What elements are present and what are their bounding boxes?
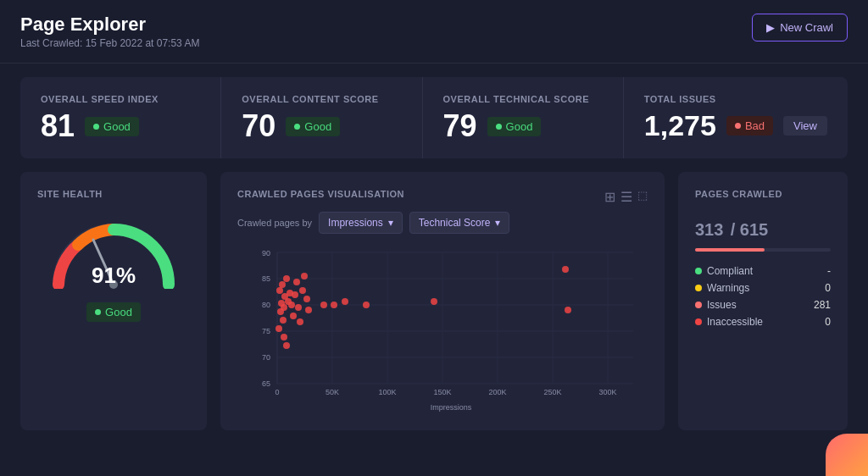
content-dot [294, 124, 300, 130]
pages-crawled-count: 313 / 615 [695, 213, 831, 241]
svg-text:85: 85 [262, 274, 270, 283]
speed-index-card: OVERALL SPEED INDEX 81 Good [20, 77, 221, 158]
pages-crawled-label: PAGES CRAWLED [695, 189, 831, 199]
svg-point-46 [295, 304, 302, 311]
svg-text:90: 90 [262, 249, 270, 257]
metrics-row: OVERALL SPEED INDEX 81 Good OVERALL CONT… [20, 77, 848, 158]
export-icon[interactable]: ⬚ [637, 189, 648, 205]
svg-text:75: 75 [262, 327, 270, 335]
svg-point-39 [288, 302, 295, 308]
svg-point-50 [303, 296, 310, 302]
site-health-badge: Good [86, 302, 141, 322]
compliant-stat: Compliant - [695, 265, 831, 277]
svg-text:250K: 250K [543, 388, 561, 396]
svg-point-43 [290, 313, 297, 319]
site-health-label: SITE HEALTH [37, 189, 103, 199]
issues-stat: Issues 281 [695, 299, 831, 311]
svg-text:Impressions: Impressions [431, 403, 472, 412]
pages-crawled-panel: PAGES CRAWLED 313 / 615 Compliant - [678, 172, 848, 430]
svg-point-49 [301, 273, 308, 280]
last-crawled-subtitle: Last Crawled: 15 Feb 2022 at 07:53 AM [20, 37, 199, 49]
svg-text:150K: 150K [433, 388, 451, 396]
gauge-value: 91% [92, 263, 136, 289]
speed-dot [93, 124, 99, 130]
crawled-pages-label: CRAWLED PAGES VISUALISATION [237, 189, 404, 199]
pages-progress-bar [695, 248, 831, 252]
bottom-row: SITE HEALTH 91% [20, 172, 848, 430]
total-issues-card: TOTAL ISSUES 1,275 Bad View [624, 77, 848, 158]
scatter-chart-svg: 90 85 80 75 70 65 [237, 244, 648, 413]
svg-text:70: 70 [262, 353, 270, 362]
svg-point-40 [275, 325, 282, 332]
svg-point-36 [280, 317, 287, 324]
compliant-label: Compliant [707, 265, 753, 277]
content-score-card: OVERALL CONTENT SCORE 70 Good [221, 77, 422, 158]
svg-point-57 [562, 266, 569, 273]
page-header: Page Explorer Last Crawled: 15 Feb 2022 … [0, 0, 868, 64]
technical-score-card: OVERALL TECHNICAL SCORE 79 Good [423, 77, 624, 158]
compliant-dot [695, 268, 702, 274]
issues-stat-dot [695, 302, 702, 308]
content-badge: Good [286, 117, 340, 136]
inaccessible-value: 0 [825, 316, 831, 328]
svg-point-48 [299, 287, 306, 294]
technical-dot [496, 124, 502, 130]
inaccessible-dot [695, 318, 702, 325]
inaccessible-label: Inaccessible [707, 316, 763, 328]
grid-icon[interactable]: ⊞ [604, 189, 615, 205]
gauge-container: 91% [46, 213, 181, 289]
warnings-label: Warnings [707, 282, 749, 294]
chevron-down-icon-2: ▾ [495, 217, 500, 229]
speed-value: 81 [41, 111, 75, 141]
compliant-value: - [827, 265, 831, 277]
page-title: Page Explorer [20, 14, 199, 36]
svg-point-30 [279, 281, 286, 288]
issues-stat-value: 281 [814, 299, 831, 311]
crawled-sublabel: Crawled pages by [237, 218, 312, 228]
issues-dot [735, 123, 741, 129]
issues-badge: Bad [726, 116, 773, 136]
view-issues-button[interactable]: View [783, 116, 827, 136]
svg-text:300K: 300K [598, 388, 616, 396]
pages-stats: Compliant - Warnings 0 Issues [695, 265, 831, 328]
svg-point-41 [281, 334, 287, 340]
svg-point-51 [305, 307, 312, 313]
svg-text:100K: 100K [378, 388, 396, 396]
chevron-down-icon: ▾ [388, 217, 393, 229]
content-value: 70 [242, 111, 275, 141]
svg-point-44 [292, 291, 298, 298]
issues-stat-label: Issues [707, 299, 737, 311]
svg-text:50K: 50K [326, 388, 339, 396]
content-label: OVERALL CONTENT SCORE [242, 94, 401, 104]
svg-point-58 [565, 307, 571, 313]
svg-point-52 [320, 302, 327, 308]
speed-label: OVERALL SPEED INDEX [41, 94, 200, 104]
health-badge-dot [95, 309, 101, 315]
svg-point-34 [283, 275, 290, 282]
issues-value: 1,275 [644, 111, 716, 140]
svg-point-42 [283, 342, 290, 349]
svg-point-53 [331, 302, 337, 308]
new-crawl-button[interactable]: ▶ New Crawl [752, 14, 848, 42]
speed-badge: Good [85, 117, 139, 136]
technical-value: 79 [443, 111, 477, 141]
technical-badge: Good [487, 117, 542, 136]
avatar [826, 434, 868, 476]
svg-text:200K: 200K [488, 388, 506, 396]
svg-point-45 [293, 279, 300, 285]
warnings-stat: Warnings 0 [695, 282, 831, 294]
chart-icons: ⊞ ☰ ⬚ [604, 189, 648, 205]
svg-text:0: 0 [275, 388, 279, 396]
technical-score-dropdown[interactable]: Technical Score ▾ [409, 212, 510, 234]
svg-text:65: 65 [262, 379, 270, 388]
technical-label: OVERALL TECHNICAL SCORE [443, 94, 603, 104]
warnings-value: 0 [825, 282, 831, 294]
svg-point-56 [431, 298, 437, 305]
site-health-panel: SITE HEALTH 91% [20, 172, 207, 430]
impressions-dropdown[interactable]: Impressions ▾ [319, 212, 403, 234]
list-icon[interactable]: ☰ [620, 189, 632, 205]
play-icon: ▶ [766, 21, 775, 34]
inaccessible-stat: Inaccessible 0 [695, 316, 831, 328]
svg-point-47 [297, 318, 303, 325]
pages-total: / 615 [731, 220, 769, 239]
